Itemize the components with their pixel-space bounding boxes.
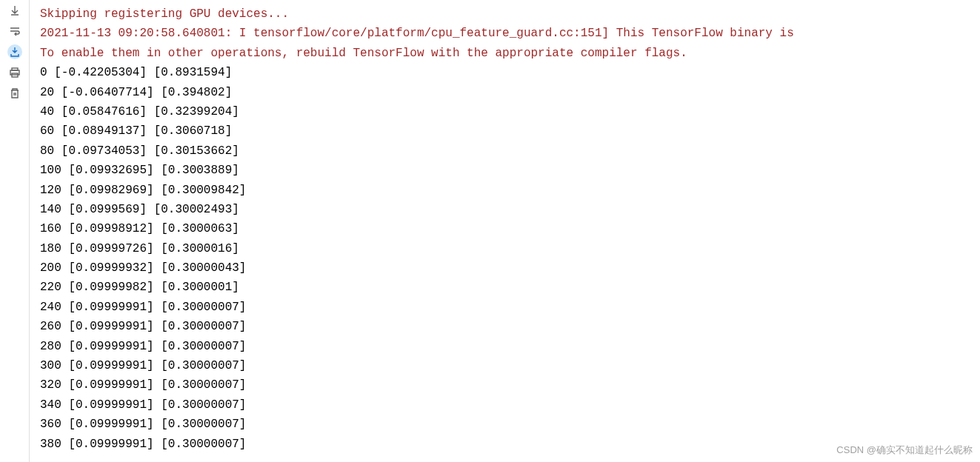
stdout-line: 280 [0.09999991] [0.30000007] bbox=[40, 337, 980, 356]
stdout-line: 160 [0.09998912] [0.3000063] bbox=[40, 219, 980, 238]
stderr-line: Skipping registering GPU devices... bbox=[40, 4, 980, 24]
stdout-line: 0 [-0.42205304] [0.8931594] bbox=[40, 63, 980, 82]
stdout-line: 340 [0.09999991] [0.30000007] bbox=[40, 395, 980, 415]
stdout-line: 80 [0.09734053] [0.30153662] bbox=[40, 141, 980, 161]
stdout-line: 20 [-0.06407714] [0.394802] bbox=[40, 83, 980, 102]
stderr-line: 2021-11-13 09:20:58.640801: I tensorflow… bbox=[40, 24, 980, 43]
stdout-block: 0 [-0.42205304] [0.8931594] 20 [-0.06407… bbox=[40, 63, 980, 454]
console-gutter bbox=[0, 0, 30, 462]
stdout-line: 260 [0.09999991] [0.30000007] bbox=[40, 317, 980, 336]
stdout-line: 220 [0.09999982] [0.3000001] bbox=[40, 278, 980, 297]
stdout-line: 360 [0.09999991] [0.30000007] bbox=[40, 415, 980, 434]
stdout-line: 300 [0.09999991] [0.30000007] bbox=[40, 356, 980, 375]
stdout-line: 40 [0.05847616] [0.32399204] bbox=[40, 102, 980, 121]
scroll-to-end-icon[interactable] bbox=[7, 3, 22, 18]
stderr-block: Skipping registering GPU devices... 2021… bbox=[40, 4, 980, 63]
soft-wrap-icon[interactable] bbox=[7, 24, 22, 38]
stdout-line: 320 [0.09999991] [0.30000007] bbox=[40, 375, 980, 395]
stderr-line: To enable them in other operations, rebu… bbox=[40, 44, 980, 63]
console-output[interactable]: Skipping registering GPU devices... 2021… bbox=[30, 0, 980, 462]
stdout-line: 180 [0.09999726] [0.3000016] bbox=[40, 239, 980, 258]
stdout-line: 120 [0.09982969] [0.30009842] bbox=[40, 181, 980, 200]
export-icon[interactable] bbox=[7, 44, 22, 59]
watermark: CSDN @确实不知道起什么昵称 bbox=[836, 442, 973, 458]
stdout-line: 60 [0.08949137] [0.3060718] bbox=[40, 121, 980, 141]
trash-icon[interactable] bbox=[7, 86, 22, 101]
stdout-line: 140 [0.0999569] [0.30002493] bbox=[40, 200, 980, 219]
print-icon[interactable] bbox=[7, 65, 22, 80]
stdout-line: 200 [0.09999932] [0.30000043] bbox=[40, 258, 980, 278]
stdout-line: 240 [0.09999991] [0.30000007] bbox=[40, 298, 980, 317]
stdout-line: 100 [0.09932695] [0.3003889] bbox=[40, 161, 980, 180]
